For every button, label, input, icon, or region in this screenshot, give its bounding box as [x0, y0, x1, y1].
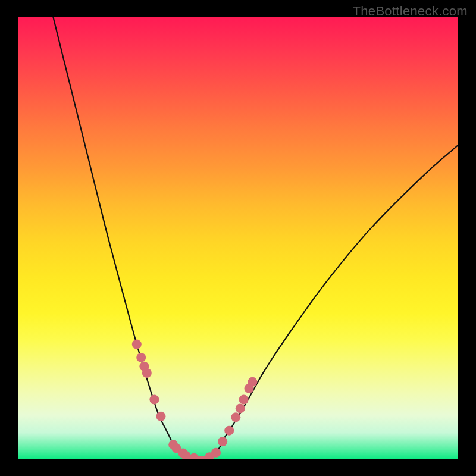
right-curve	[212, 145, 458, 456]
watermark-label: TheBottleneck.com	[353, 4, 468, 19]
data-dot	[239, 395, 249, 405]
chart-stage: TheBottleneck.com	[0, 0, 476, 476]
data-dot	[189, 453, 199, 459]
data-dot	[149, 395, 159, 405]
data-dot	[211, 448, 221, 458]
data-dot	[156, 412, 166, 421]
data-dot	[218, 437, 227, 446]
curve-layer	[18, 17, 458, 459]
left-curve	[53, 17, 185, 456]
data-dot	[224, 426, 234, 436]
data-dot	[136, 353, 146, 362]
plot-area	[18, 17, 458, 459]
data-dot	[248, 377, 257, 387]
left-dot-cluster	[132, 340, 191, 459]
data-dot	[132, 340, 142, 349]
data-dot	[236, 403, 245, 413]
data-dot	[231, 412, 240, 422]
data-dot	[142, 368, 152, 378]
right-dot-cluster	[189, 377, 257, 459]
